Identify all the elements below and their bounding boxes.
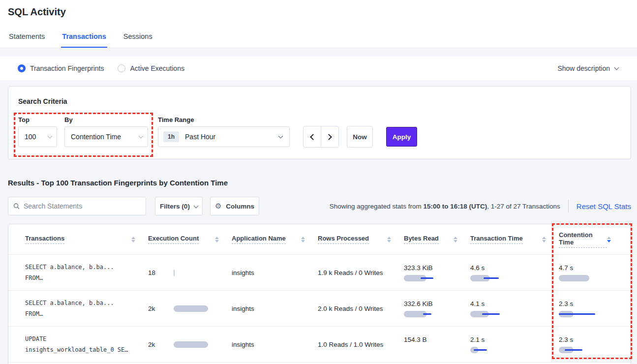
col-header-execution-count[interactable]: Execution Count (148, 235, 232, 244)
tab-bar: Statements Transactions Sessions (8, 32, 153, 48)
execution-count-bar (174, 305, 208, 312)
rows-processed-cell: 1.9 k Reads / 0 Writes (318, 269, 404, 276)
radio-label: Active Executions (130, 64, 184, 72)
chevron-down-icon (278, 134, 283, 139)
bytes-read-bar (404, 275, 448, 281)
top-select[interactable]: 100 (18, 126, 57, 147)
transaction-time-cell: 4.1 s (470, 300, 559, 317)
tab-transactions[interactable]: Transactions (61, 32, 107, 48)
application-name-cell: insights (232, 341, 318, 348)
application-name-cell: insights (232, 305, 318, 312)
sort-icon-active-desc (607, 237, 611, 243)
stats-row: Showing aggregated stats from 15:00 to 1… (330, 197, 631, 215)
gear-icon: ⚙ (215, 202, 221, 211)
sort-icon (387, 237, 391, 243)
table-header-row: Transactions Execution Count Application… (8, 224, 631, 255)
contention-time-cell: 4.7 s (559, 264, 624, 281)
execution-count-bar (174, 341, 208, 348)
sort-icon (454, 237, 457, 243)
bytes-read-cell: 154.3 B (404, 336, 470, 353)
application-name-cell: insights (232, 269, 318, 276)
contention-time-cell: 2.3 s (559, 300, 624, 317)
filters-button[interactable]: Filters (0) (155, 197, 203, 215)
transaction-time-bar (470, 311, 515, 317)
bytes-read-cell: 323.3 KiB (404, 264, 470, 281)
transaction-time-bar (470, 347, 515, 353)
search-icon (13, 203, 20, 210)
execution-count-cell: 2k (148, 341, 232, 348)
transaction-fingerprint-link[interactable]: UPDATE insights_workload_table_0 SE… (25, 334, 148, 355)
table-row: UPDATE insights_workload_table_0 SE… 2k … (8, 327, 631, 363)
rows-processed-cell: 2.0 k Reads / 0 Writes (318, 305, 404, 312)
transaction-time-bar (470, 275, 515, 281)
tab-statements[interactable]: Statements (8, 32, 46, 48)
contention-time-bar (559, 347, 603, 353)
transaction-fingerprint-link[interactable]: SELECT a.balance, b.ba... FROM… (25, 298, 148, 319)
aggregated-stats-text: Showing aggregated stats from 15:00 to 1… (330, 203, 560, 210)
chevron-down-icon (48, 134, 53, 139)
col-header-bytes-read[interactable]: Bytes Read (404, 235, 470, 244)
top-label: Top (18, 116, 30, 123)
radio-unselected-icon[interactable] (118, 64, 125, 72)
view-toggle-bar: Transaction Fingerprints Active Executio… (0, 57, 637, 80)
radio-transaction-fingerprints[interactable]: Transaction Fingerprints (18, 64, 104, 72)
transaction-fingerprint-link[interactable]: SELECT a.balance, b.ba... FROM… (25, 262, 148, 283)
transaction-time-cell: 2.1 s (470, 336, 559, 353)
time-range-select[interactable]: 1h Past Hour (158, 126, 290, 147)
execution-count-cell: 2k (148, 305, 232, 312)
table-row: SELECT a.balance, b.ba... FROM… 2k insig… (8, 291, 631, 327)
time-range-label: Time Range (158, 116, 194, 123)
by-select[interactable]: Contention Time (64, 126, 148, 147)
sort-icon (542, 237, 546, 243)
search-criteria-panel: Search Criteria Top By Time Range 100 Co… (8, 86, 631, 159)
results-heading: Results - Top 100 Transaction Fingerprin… (8, 179, 228, 187)
now-button[interactable]: Now (347, 126, 373, 148)
reset-sql-stats-link[interactable]: Reset SQL Stats (576, 202, 631, 211)
sort-icon (301, 237, 305, 243)
rows-processed-cell: 1.0 Reads / 1.0 Writes (318, 341, 404, 348)
table-row: SELECT a.balance, b.ba... FROM… 18 insig… (8, 255, 631, 291)
bytes-read-bar (404, 311, 448, 317)
time-prev-button[interactable] (303, 126, 321, 147)
apply-button[interactable]: Apply (386, 127, 417, 147)
chevron-right-icon (326, 134, 332, 140)
radio-label: Transaction Fingerprints (30, 64, 104, 72)
contention-time-cell: 2.3 s (559, 336, 624, 353)
sort-icon (131, 237, 135, 243)
bytes-read-cell: 332.6 KiB (404, 300, 470, 317)
execution-count-cell: 18 (148, 269, 232, 276)
col-header-transactions[interactable]: Transactions (25, 235, 148, 244)
tab-sessions[interactable]: Sessions (122, 32, 153, 48)
app-header: SQL Activity Statements Transactions Ses… (0, 0, 637, 48)
sort-icon (215, 237, 219, 243)
radio-selected-icon[interactable] (18, 64, 26, 72)
page-title: SQL Activity (8, 6, 66, 18)
chevron-down-icon (139, 134, 144, 139)
by-label: By (64, 116, 73, 123)
col-header-contention-time[interactable]: Contention Time (559, 231, 624, 248)
radio-active-executions[interactable]: Active Executions (118, 64, 184, 72)
search-criteria-heading: Search Criteria (18, 97, 67, 105)
col-header-transaction-time[interactable]: Transaction Time (470, 235, 559, 244)
search-statements-input[interactable] (24, 202, 141, 210)
transactions-table: Transactions Execution Count Application… (8, 224, 631, 364)
divider (568, 200, 569, 212)
time-next-button[interactable] (321, 126, 338, 147)
contention-time-bar (559, 275, 603, 281)
contention-time-bar (559, 311, 603, 317)
chevron-down-icon (614, 65, 619, 70)
time-range-badge: 1h (163, 131, 179, 142)
transaction-time-cell: 4.6 s (470, 264, 559, 281)
execution-count-bar (174, 270, 175, 276)
time-nav-group (303, 126, 339, 148)
col-header-application-name[interactable]: Application Name (232, 235, 318, 244)
search-statements-box (8, 197, 146, 215)
chevron-down-icon (193, 203, 198, 208)
chevron-left-icon (310, 134, 316, 140)
show-description-toggle[interactable]: Show description (557, 64, 618, 72)
col-header-rows-processed[interactable]: Rows Processed (318, 235, 404, 244)
columns-button[interactable]: ⚙ Columns (210, 197, 259, 215)
